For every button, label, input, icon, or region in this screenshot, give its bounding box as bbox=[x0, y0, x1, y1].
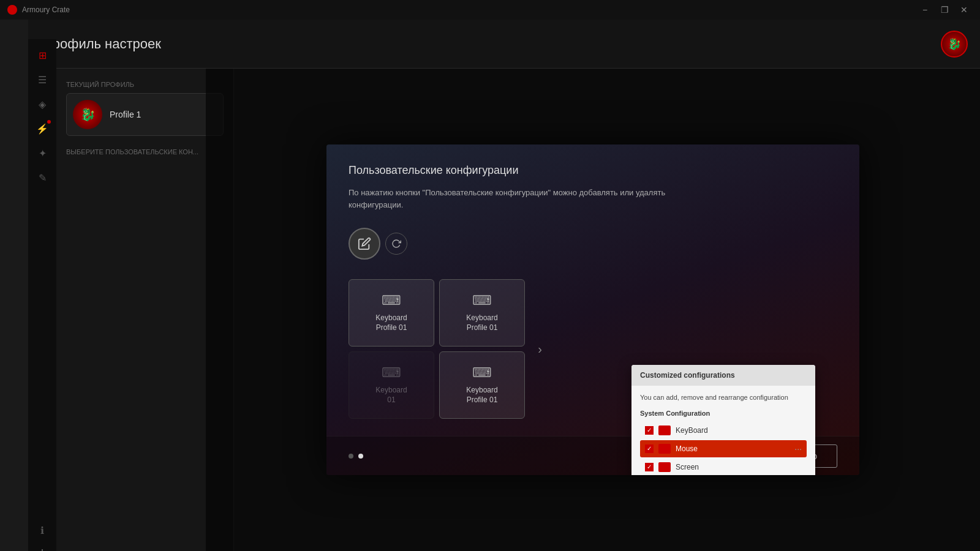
sidebar-item-device[interactable]: ◈ bbox=[31, 93, 53, 115]
keyboard-icon-2: ⌨ bbox=[472, 293, 492, 309]
config-item-name-screen: Screen bbox=[676, 463, 802, 471]
current-profile-label: Текущий профиль bbox=[66, 81, 224, 88]
sidebar-item-scenario[interactable]: ✦ bbox=[31, 142, 53, 164]
profile-card-label-4: KeyboardProfile 01 bbox=[466, 386, 497, 405]
system-config-title: System Configuration bbox=[640, 410, 807, 417]
config-panel-body: You can add, remove and rearrange config… bbox=[631, 386, 815, 475]
sidebar-item-power[interactable]: ⏻ bbox=[31, 544, 53, 551]
sidebar-bottom: ℹ ⏻ bbox=[28, 514, 56, 551]
sidebar-item-settings[interactable]: ✎ bbox=[31, 167, 53, 189]
profile-card-item-3[interactable]: ⌨ Keyboard01 bbox=[349, 351, 434, 419]
modal-body: Пользовательские конфигурации По нажатию… bbox=[326, 144, 859, 436]
top-right-area: 🐉 bbox=[929, 20, 980, 69]
user-avatar[interactable]: 🐉 bbox=[941, 31, 968, 58]
title-bar-left: Armoury Crate bbox=[7, 5, 70, 15]
profile-card[interactable]: 🐉 Profile 1 bbox=[66, 93, 224, 136]
config-checkbox-screen[interactable] bbox=[645, 463, 654, 471]
app-name: Armoury Crate bbox=[22, 6, 70, 14]
profile-card-label-2: KeyboardProfile 01 bbox=[466, 313, 497, 332]
config-description: You can add, remove and rearrange config… bbox=[640, 393, 807, 402]
sidebar-item-aura[interactable]: ⚡ bbox=[31, 118, 53, 140]
profile-card-item-4[interactable]: ⌨ KeyboardProfile 01 bbox=[439, 351, 525, 419]
keyboard-icon-1: ⌨ bbox=[382, 293, 401, 309]
screen-device-icon bbox=[658, 462, 671, 472]
minimize-button[interactable]: − bbox=[916, 1, 933, 18]
modal-description: По нажатию кнопки "Пользовательские конф… bbox=[349, 187, 716, 211]
config-checkbox-mouse[interactable] bbox=[645, 444, 654, 453]
profile-section-label: Выберите пользовательские кон... bbox=[66, 148, 224, 156]
keyboard-icon-3: ⌨ bbox=[382, 365, 401, 381]
dot-1[interactable] bbox=[349, 454, 353, 459]
keyboard-device-icon bbox=[658, 425, 671, 435]
config-item-name-keyboard: KeyBoard bbox=[676, 426, 802, 435]
profile-card-item-1[interactable]: ⌨ KeyboardProfile 01 bbox=[349, 279, 434, 347]
title-bar: Armoury Crate − ❐ ✕ bbox=[0, 0, 980, 20]
config-item-keyboard[interactable]: KeyBoard bbox=[640, 422, 807, 439]
profile-card-item-2[interactable]: ⌨ KeyboardProfile 01 bbox=[439, 279, 525, 347]
profile-avatar: 🐉 bbox=[73, 100, 102, 129]
pagination-dots bbox=[349, 454, 363, 459]
app-logo bbox=[7, 5, 17, 15]
sidebar-item-list[interactable]: ☰ bbox=[31, 69, 53, 91]
restore-button[interactable]: ❐ bbox=[936, 1, 953, 18]
page-title: Профиль настроек bbox=[43, 36, 161, 52]
config-panel: Customized configurations You can add, r… bbox=[631, 365, 815, 475]
config-panel-header: Customized configurations bbox=[631, 365, 815, 386]
main-content: Профиль настроек 🐉 ⊞ ☰ ◈ ⚡ ✦ ✎ ℹ ⏻ Текущ… bbox=[28, 20, 980, 551]
cards-area: ⌨ KeyboardProfile 01 ⌨ KeyboardProfile 0… bbox=[349, 279, 837, 419]
edit-icon-button[interactable] bbox=[349, 228, 380, 260]
mouse-device-icon bbox=[658, 444, 671, 454]
profile-name: Profile 1 bbox=[110, 110, 141, 119]
modal-heading: Пользовательские конфигурации bbox=[349, 164, 837, 177]
modal-overlay: Пользовательские конфигурации По нажатию… bbox=[206, 69, 980, 551]
profile-cards-grid: ⌨ KeyboardProfile 01 ⌨ KeyboardProfile 0… bbox=[349, 279, 525, 419]
profile-card-label-3: Keyboard01 bbox=[375, 386, 407, 405]
keyboard-icon-4: ⌨ bbox=[472, 365, 492, 381]
page-header: Профиль настроек 🐉 bbox=[28, 20, 980, 69]
profile-card-label-1: KeyboardProfile 01 bbox=[375, 313, 407, 332]
modal-dialog: Пользовательские конфигурации По нажатию… bbox=[326, 144, 859, 475]
window-controls: − ❐ ✕ bbox=[916, 1, 973, 18]
refresh-icon-button[interactable] bbox=[385, 233, 407, 255]
dot-2[interactable] bbox=[358, 454, 363, 459]
icon-buttons-row bbox=[349, 228, 837, 260]
config-item-dots-mouse: ··· bbox=[794, 444, 802, 454]
sidebar-item-info[interactable]: ℹ bbox=[31, 519, 53, 541]
config-item-mouse[interactable]: Mouse ··· bbox=[640, 440, 807, 457]
config-item-name-mouse: Mouse bbox=[676, 444, 790, 453]
close-button[interactable]: ✕ bbox=[956, 1, 973, 18]
sidebar: ⊞ ☰ ◈ ⚡ ✦ ✎ ℹ ⏻ bbox=[28, 39, 56, 551]
arrow-right-icon: › bbox=[538, 342, 542, 356]
config-item-screen[interactable]: Screen bbox=[640, 459, 807, 475]
config-checkbox-keyboard[interactable] bbox=[645, 426, 654, 435]
sidebar-item-home[interactable]: ⊞ bbox=[31, 44, 53, 66]
